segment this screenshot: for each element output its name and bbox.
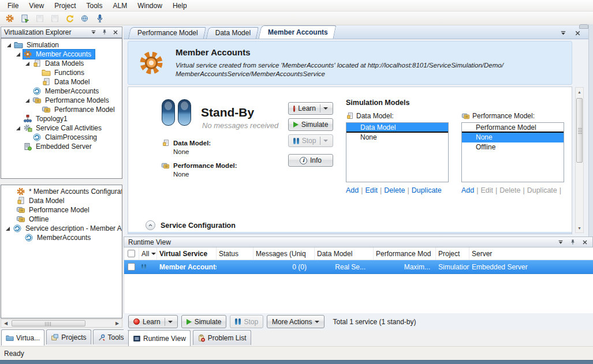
tree-item-config-offline[interactable]: Offline: [1, 215, 122, 224]
save-icon: [35, 14, 44, 23]
more-actions-button[interactable]: More Actions: [267, 315, 325, 328]
panel-close-button[interactable]: [581, 239, 588, 246]
panel-menu-button[interactable]: [90, 29, 97, 36]
edit-link[interactable]: Edit: [481, 186, 494, 194]
tree-item-service-call-activities[interactable]: Service Call Activities: [1, 123, 122, 133]
scroll-down-arrow[interactable]: ▼: [576, 224, 583, 232]
learn-button[interactable]: Learn: [288, 102, 333, 115]
panel-close-button[interactable]: [112, 29, 119, 36]
learn-button[interactable]: Learn: [128, 315, 178, 328]
tree-item-functions[interactable]: Functions: [1, 68, 122, 77]
stop-button[interactable]: Stop: [288, 134, 333, 147]
learn-dropdown[interactable]: [165, 318, 173, 326]
tab-data-model[interactable]: Data Model: [207, 27, 258, 39]
menu-window[interactable]: Window: [132, 1, 167, 11]
tree-item-memberaccounts-service[interactable]: MemberAccounts: [1, 87, 122, 96]
tab-virtualization-explorer[interactable]: Virtua...: [1, 329, 44, 346]
refresh-button[interactable]: [64, 12, 76, 24]
service-row-member-accounts[interactable]: Member Accounts 0 (0) Real Se... Maxim..…: [124, 260, 593, 274]
vertical-scrollbar[interactable]: ▲ ▼: [575, 87, 584, 233]
column-virtual-service[interactable]: Virtual Service: [157, 247, 217, 260]
scrollbar-thumb[interactable]: [576, 98, 583, 163]
menu-project[interactable]: Project: [49, 1, 81, 11]
tree-item-data-models[interactable]: Data Models: [1, 59, 122, 68]
select-all-checkbox[interactable]: [128, 250, 135, 257]
expander-icon[interactable]: [3, 224, 13, 233]
menu-file[interactable]: File: [2, 1, 24, 11]
tree-item-performance-model[interactable]: Performance Model: [1, 105, 122, 114]
stop-button[interactable]: Stop: [230, 315, 263, 328]
add-link[interactable]: Add: [346, 186, 359, 194]
expander-icon[interactable]: [23, 96, 32, 105]
stop-dropdown[interactable]: [320, 137, 328, 145]
tree-item-service-description[interactable]: Service description - Member A: [1, 224, 122, 233]
scroll-up-arrow[interactable]: ▲: [576, 88, 583, 96]
tree-item-performance-models[interactable]: Performance Models: [1, 96, 122, 105]
menu-view[interactable]: View: [24, 1, 49, 11]
menu-alm[interactable]: ALM: [108, 1, 133, 11]
new-virtual-service-button[interactable]: [18, 12, 31, 24]
list-item-offline[interactable]: Offline: [462, 142, 564, 152]
tree-item-config-performance-model[interactable]: Performance Model: [1, 205, 122, 215]
simulate-button[interactable]: Simulate: [181, 315, 227, 328]
list-item-performance-model[interactable]: Performance Model: [462, 123, 564, 133]
scroll-left-arrow[interactable]: ◀: [2, 320, 10, 327]
expander-icon[interactable]: [14, 123, 23, 133]
delete-link[interactable]: Delete: [499, 186, 520, 194]
expander-spacer: [14, 114, 23, 123]
tree-item-data-model[interactable]: Data Model: [1, 77, 122, 87]
delete-link[interactable]: Delete: [384, 186, 405, 194]
save-all-icon: [50, 14, 59, 23]
tree-item-member-accounts[interactable]: Member Accounts: [1, 50, 122, 59]
scroll-right-arrow[interactable]: ▶: [113, 320, 121, 327]
column-data-model[interactable]: Data Model: [315, 247, 374, 260]
configure-button[interactable]: [3, 12, 16, 24]
panel-pin-button[interactable]: [101, 29, 108, 36]
expander-icon[interactable]: [5, 40, 14, 50]
simulate-button[interactable]: Simulate: [288, 118, 333, 131]
tree-item-embedded-server[interactable]: Embedded Server: [1, 142, 122, 151]
tab-problem-list[interactable]: Problem List: [193, 330, 251, 345]
document-list-button[interactable]: [560, 29, 567, 37]
column-server[interactable]: Server: [469, 247, 593, 260]
tree-item-topology1[interactable]: Topology1: [1, 114, 122, 123]
column-messages[interactable]: Messages (Uniq: [253, 247, 315, 260]
panel-pin-button[interactable]: [569, 239, 576, 246]
virtualize-button[interactable]: [94, 12, 106, 24]
list-item-none[interactable]: None: [346, 133, 448, 142]
tree-item-claimprocessing[interactable]: ClaimProcessing: [1, 133, 122, 142]
scrollbar-thumb[interactable]: [12, 320, 85, 327]
tab-runtime-view[interactable]: Runtime View: [128, 330, 191, 346]
expander-icon[interactable]: [14, 50, 23, 59]
tab-performance-model[interactable]: Performance Model: [129, 27, 205, 39]
save-button[interactable]: [33, 12, 46, 24]
tree-item-configuration[interactable]: * Member Accounts Configurat: [1, 187, 122, 196]
expander-icon[interactable]: [23, 59, 32, 68]
document-close-button[interactable]: [574, 29, 581, 37]
tree-item-simulation[interactable]: Simulation: [1, 40, 122, 50]
list-item-none[interactable]: None: [462, 133, 564, 142]
column-all[interactable]: All: [139, 247, 157, 260]
learn-dropdown[interactable]: [320, 104, 328, 112]
deploy-button[interactable]: [79, 12, 91, 24]
list-item-data-model[interactable]: Data Model: [346, 123, 448, 133]
column-performance-model[interactable]: Performance Mod: [374, 247, 436, 260]
menu-help[interactable]: Help: [167, 1, 192, 11]
duplicate-link[interactable]: Duplicate: [412, 186, 442, 194]
save-all-button[interactable]: [49, 12, 61, 24]
horizontal-scrollbar[interactable]: ◀ ▶: [1, 319, 122, 328]
column-status[interactable]: Status: [217, 247, 253, 260]
column-project[interactable]: Project: [436, 247, 469, 260]
menu-tools[interactable]: Tools: [81, 1, 108, 11]
info-button[interactable]: i Info: [288, 154, 333, 167]
tab-member-accounts[interactable]: Member Accounts: [260, 25, 335, 39]
panel-menu-button[interactable]: [557, 239, 564, 246]
tab-projects[interactable]: Projects: [46, 329, 91, 344]
edit-link[interactable]: Edit: [366, 186, 378, 194]
duplicate-link[interactable]: Duplicate: [527, 186, 557, 194]
tree-item-config-memberaccounts[interactable]: MemberAccounts: [1, 233, 122, 242]
collapse-button[interactable]: [146, 220, 155, 230]
row-checkbox[interactable]: [128, 263, 135, 271]
tree-item-config-data-model[interactable]: Data Model: [1, 196, 122, 205]
add-link[interactable]: Add: [461, 186, 474, 194]
